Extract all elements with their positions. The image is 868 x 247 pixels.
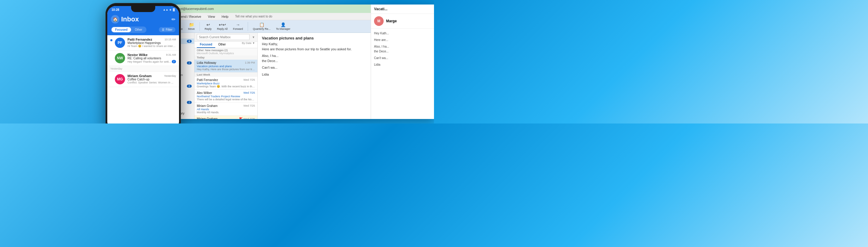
phone-email-list: PF Patti Fernandez 10:15 AM Marketplace …	[107, 35, 179, 123]
phone-date-divider-yesterday: Yesterday	[107, 66, 179, 72]
folder-deleted-badge: 2	[187, 101, 192, 104]
email-preview-alex: There will be a detailed legal review of…	[197, 98, 255, 101]
phone-tab-focused[interactable]: Focused	[112, 27, 131, 32]
phone-tabs-group: Focused Other	[111, 27, 147, 33]
phone-frame: 10:28 ▲▲ ◈ ▓ 🏠 Inbox ✏ Focused Oth	[105, 3, 181, 123]
email-item-lidia[interactable]: Lidia Holloway 1:39 PM Vacation pictures…	[194, 60, 257, 72]
battery-icon: ▓	[173, 8, 175, 11]
phone-notch	[131, 6, 155, 12]
to-manager-icon: 👤	[281, 22, 286, 27]
phone-email-item-patti[interactable]: PF Patti Fernandez 10:15 AM Marketplace …	[107, 35, 179, 51]
email-subject-patti: Marketplace Buzz	[197, 82, 255, 85]
email-item-miriam-allhands[interactable]: Miriam Graham Wed 7/25 All Hands Monthly…	[194, 103, 257, 116]
menu-help[interactable]: Help	[220, 14, 230, 19]
right-panel-body: Hey Kath... Here are... Also, I ha... th…	[371, 29, 434, 69]
phone-edit-icon[interactable]: ✏	[172, 17, 176, 22]
phone-email-row1-miriam: Miriam Graham Yesterday	[127, 74, 176, 78]
sort-by-date[interactable]: By Date ▼	[242, 41, 255, 48]
phone-email-row1: Patti Fernandez 10:15 AM	[127, 38, 176, 41]
tab-other[interactable]: Other	[215, 41, 229, 48]
other-messages-label: Other: New messages (2) Microsoft Outloo…	[194, 48, 257, 55]
phone-email-content-miriam: Miriam Graham Yesterday Coffee Catch-up …	[127, 74, 176, 84]
email-item-miriam-marketing[interactable]: Miriam Graham 🚩 Wed 7/25 Marketing Strat…	[194, 116, 257, 119]
phone-email-row1-nestor: Nestor Wilke 9:31 AM	[127, 53, 176, 57]
phone-email-item-nestor[interactable]: NW Nestor Wilke 9:31 AM RE: Calling all …	[107, 51, 179, 66]
date-group-last-week: Last Week	[194, 72, 257, 77]
phone-email-item-miriam[interactable]: MG Miriam Graham Yesterday Coffee Catch-…	[107, 72, 179, 87]
reply-icon: ↩	[207, 22, 210, 27]
email-sender-alex: Alex Wilber Wed 7/25	[197, 91, 255, 95]
phone-status-icons: ▲▲ ◈ ▓	[163, 8, 175, 11]
email-subject-miriam-allhands: All Hands	[197, 107, 255, 111]
quarterly-review-button[interactable]: 📋 Quarterly Re...	[251, 21, 273, 31]
phone-tabs-row: Focused Other ☰ Filter	[107, 27, 179, 35]
email-sender-miriam-allhands: Miriam Graham Wed 7/25	[197, 104, 255, 107]
forward-icon: →	[236, 22, 240, 27]
phone-filter-button[interactable]: ☰ Filter	[159, 27, 176, 32]
email-preview-patti: Greetings Team 😊. With the recent buzz i…	[197, 85, 255, 88]
email-item-alex[interactable]: Alex Wilber Wed 7/25 Northwind Traders P…	[194, 90, 257, 103]
reply-all-button[interactable]: ↩↩ Reply All	[215, 21, 229, 31]
ribbon-separator-3	[248, 22, 248, 31]
email-preview-lidia: Hey Kathy, Here are those pictures from …	[197, 68, 255, 71]
phone-inbox-icon: 🏠	[111, 15, 119, 24]
right-avatar-marge: M	[374, 16, 384, 26]
phone-avatar-nestor: NW	[115, 53, 125, 63]
deleted-badge: 2	[187, 61, 192, 64]
phone-inbox-header: 🏠 Inbox ✏	[107, 13, 179, 27]
forward-button[interactable]: → Forward	[231, 21, 245, 31]
filter-icon: ☰	[162, 28, 164, 31]
email-subject-lidia: Vacation pictures and plans	[197, 64, 255, 68]
phone-inbox-title-row: 🏠 Inbox	[111, 15, 139, 24]
menu-view[interactable]: View	[207, 14, 216, 19]
email-sender-miriam-marketing: Miriam Graham 🚩 Wed 7/25	[197, 117, 255, 119]
to-manager-button[interactable]: 👤 To Manager	[274, 21, 292, 31]
menu-tell-me[interactable]: Tell me what you want to do	[234, 14, 273, 19]
move-icon: 📁	[189, 22, 194, 27]
focused-other-tabs: Focused Other By Date ▼	[194, 41, 257, 48]
email-preview-miriam-allhands: Monthly All Hands.	[197, 111, 255, 114]
wifi-icon: ◈	[169, 8, 172, 11]
nestor-preview-row: Hey Megan! Thanks again for setting this…	[127, 60, 176, 63]
reply-all-icon: ↩↩	[219, 22, 226, 27]
phone-mockup: 10:28 ▲▲ ◈ ▓ 🏠 Inbox ✏ Focused Oth	[105, 3, 181, 123]
email-subject-alex: Northwind Traders Project Review	[197, 95, 255, 98]
tab-focused[interactable]: Focused	[197, 41, 215, 48]
email-list-header: ▼	[194, 33, 257, 41]
right-panel: Vacati... M Marge Hey Kath... Here are..…	[371, 4, 434, 119]
email-item-patti[interactable]: Patti Fernandez Wed 7/25 Marketplace Buz…	[194, 77, 257, 90]
email-list: ▼ Focused Other By Date ▼ Other: New mes…	[194, 33, 258, 119]
phone-avatar-patti: PF	[115, 38, 125, 48]
menu-send-receive[interactable]: Send / Receive	[178, 14, 203, 19]
phone-email-content-patti: Patti Fernandez 10:15 AM Marketplace Hap…	[127, 38, 176, 48]
phone-email-content-nestor: Nestor Wilke 9:31 AM RE: Calling all vol…	[127, 53, 176, 63]
reply-button[interactable]: ↩ Reply	[203, 21, 213, 31]
date-group-today: Today	[194, 55, 257, 60]
quarterly-review-icon: 📋	[259, 22, 264, 27]
right-sender-name: Marge	[386, 19, 397, 23]
phone-screen: 10:28 ▲▲ ◈ ▓ 🏠 Inbox ✏ Focused Oth	[107, 6, 179, 123]
current-mailbox-dropdown[interactable]: ▼	[252, 35, 255, 39]
right-avatar-row: M Marge	[371, 14, 434, 29]
flag-icon: 🚩	[239, 117, 243, 119]
email-sender-patti: Patti Fernandez Wed 7/25	[197, 78, 255, 82]
phone-unread-dot	[110, 39, 113, 41]
right-panel-header: Vacati...	[371, 4, 434, 14]
ribbon-separator-2	[199, 22, 200, 31]
email-sender-lidia: Lidia Holloway 1:39 PM	[197, 61, 255, 64]
move-button[interactable]: 📁 Move	[186, 21, 196, 31]
phone-time: 10:28	[112, 8, 119, 11]
phone-tab-other[interactable]: Other	[131, 27, 146, 32]
folder-inbox-badge: 8	[187, 85, 192, 88]
inbox-badge: 8	[187, 40, 192, 43]
phone-avatar-miriam: MG	[115, 74, 125, 84]
signal-icon: ▲▲	[163, 8, 168, 11]
phone-badge-nestor: 2	[172, 60, 176, 63]
phone-inbox-title: Inbox	[121, 16, 139, 23]
search-input[interactable]	[197, 34, 250, 40]
